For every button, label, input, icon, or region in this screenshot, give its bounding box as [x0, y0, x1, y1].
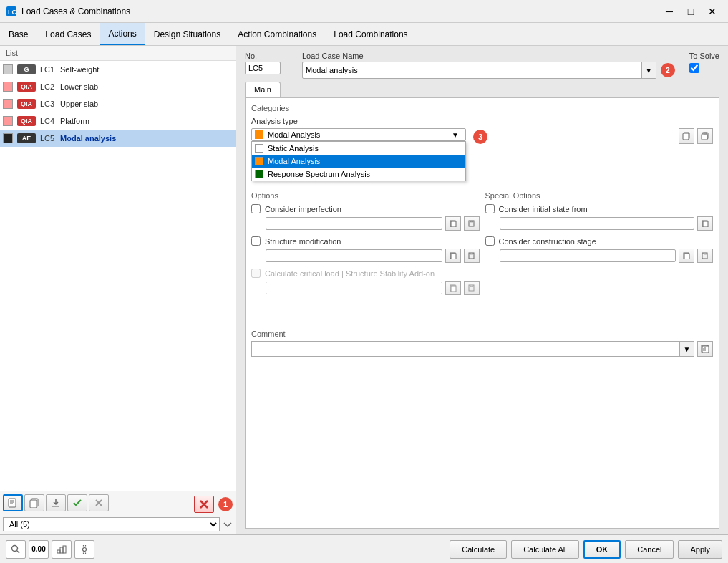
toolbar-buttons: [3, 494, 109, 511]
analysis-copy-btn[interactable]: [679, 128, 694, 144]
cancel-button[interactable]: Cancel: [625, 540, 674, 559]
critical-load-paste-btn[interactable]: [464, 281, 480, 295]
svg-rect-16: [702, 134, 707, 140]
option-modal[interactable]: Modal Analysis: [252, 155, 465, 168]
menu-action-combinations[interactable]: Action Combinations: [229, 23, 325, 45]
initial-state-copy-btn[interactable]: [697, 216, 713, 231]
svg-text:LC: LC: [8, 9, 16, 16]
name-dropdown[interactable]: ▼: [302, 62, 656, 79]
calculate-button[interactable]: Calculate: [450, 540, 507, 559]
list-item[interactable]: G LC1 Self-weight: [0, 61, 236, 78]
svg-rect-18: [451, 221, 456, 227]
import-button[interactable]: [46, 494, 66, 511]
search-button[interactable]: [6, 540, 26, 559]
list-items: G LC1 Self-weight QIA LC2 Lower slab QIA…: [0, 61, 236, 491]
imperfection-copy-btn[interactable]: [445, 216, 461, 231]
decimal-button[interactable]: 0.00: [29, 540, 49, 559]
menu-load-cases[interactable]: Load Cases: [37, 23, 100, 45]
badge-2: 2: [661, 63, 675, 77]
options-title: Options: [251, 191, 480, 200]
special-options-col: Special Options Consider initial state f…: [485, 191, 714, 301]
structure-mod-checkbox[interactable]: [251, 236, 261, 246]
construction-stage-copy-btn[interactable]: [679, 249, 694, 263]
analysis-type-section: Analysis type Modal Analysis ▼ Static An…: [251, 117, 713, 144]
chevron-down-icon: [223, 519, 233, 529]
critical-load-copy-btn[interactable]: [445, 281, 461, 295]
item-badge: AE: [17, 133, 36, 143]
initial-state-checkbox[interactable]: [485, 204, 495, 213]
structure-mod-copy-btn[interactable]: [445, 249, 461, 263]
menu-base[interactable]: Base: [0, 23, 37, 45]
maximize-button[interactable]: □: [681, 4, 701, 19]
imperfection-paste-btn[interactable]: [464, 216, 480, 231]
tab-content: Categories Analysis type Modal Analysis …: [245, 97, 719, 529]
list-item[interactable]: QIA LC2 Lower slab: [0, 78, 236, 95]
svg-point-35: [12, 545, 18, 551]
to-solve-section: To Solve: [689, 52, 719, 73]
minimize-button[interactable]: ─: [659, 4, 679, 19]
structure-mod-input: [266, 249, 442, 262]
settings-button[interactable]: [74, 540, 94, 559]
name-field-group: Load Case Name ▼ 2: [302, 52, 675, 79]
structure-mod-paste-btn[interactable]: [464, 249, 480, 263]
bottom-tools: 0.00: [6, 540, 444, 559]
delete-button[interactable]: [194, 496, 214, 513]
apply-button[interactable]: Apply: [678, 540, 722, 559]
initial-state-input: [500, 217, 695, 230]
close-button[interactable]: ✕: [702, 4, 722, 19]
item-color: [3, 64, 13, 74]
badge-3: 3: [473, 130, 487, 144]
comment-copy-btn[interactable]: [697, 341, 713, 357]
item-color: [3, 82, 13, 92]
all-select-dropdown[interactable]: All (5): [3, 517, 220, 531]
structure-button[interactable]: [52, 540, 72, 559]
check-button[interactable]: [67, 494, 87, 511]
list-item[interactable]: QIA LC3 Upper slab: [0, 95, 236, 112]
analysis-dropdown-arrow[interactable]: ▼: [448, 131, 462, 139]
menu-load-combinations[interactable]: Load Combinations: [325, 23, 416, 45]
name-dropdown-arrow[interactable]: ▼: [641, 62, 656, 78]
construction-stage-checkbox[interactable]: [485, 236, 495, 246]
option-color-modal: [255, 157, 263, 165]
bottom-actions: Calculate Calculate All OK Cancel Apply: [450, 540, 722, 559]
svg-point-40: [83, 547, 87, 551]
construction-stage-paste-btn[interactable]: [697, 249, 713, 263]
svg-rect-37: [57, 550, 60, 553]
comment-input[interactable]: [252, 342, 679, 356]
to-solve-checkbox[interactable]: [689, 63, 699, 73]
left-bottom: 1 All (5): [0, 491, 236, 534]
item-badge: QIA: [17, 116, 36, 126]
analysis-type-label: Analysis type: [251, 117, 713, 125]
analysis-paste-btn[interactable]: [697, 128, 713, 144]
uncheck-button[interactable]: [89, 494, 109, 511]
option-static[interactable]: Static Analysis: [252, 142, 465, 155]
item-color: [3, 133, 13, 143]
main-area: List G LC1 Self-weight QIA LC2 Lower sla…: [0, 46, 728, 534]
comment-label: Comment: [251, 329, 713, 338]
analysis-type-selected[interactable]: Modal Analysis ▼: [251, 128, 466, 141]
list-item[interactable]: QIA LC4 Platform: [0, 112, 236, 130]
option-construction-stage: Consider construction stage: [485, 236, 714, 263]
svg-rect-27: [703, 221, 708, 227]
tab-main[interactable]: Main: [245, 82, 281, 97]
option-initial-state: Consider initial state from: [485, 204, 714, 231]
special-options-title: Special Options: [485, 191, 714, 200]
calculate-all-button[interactable]: Calculate All: [511, 540, 579, 559]
imperfection-checkbox[interactable]: [251, 204, 261, 213]
imperfection-label: Consider imperfection: [265, 205, 341, 213]
comment-dropdown-arrow[interactable]: ▼: [679, 342, 694, 356]
menu-actions[interactable]: Actions: [100, 23, 145, 45]
critical-load-checkbox[interactable]: [251, 269, 261, 278]
menu-design-situations[interactable]: Design Situations: [145, 23, 229, 45]
option-critical-load: Calculate critical load | Structure Stab…: [251, 269, 480, 295]
no-input[interactable]: [245, 62, 281, 74]
ok-button[interactable]: OK: [583, 540, 621, 559]
copy-button[interactable]: [24, 494, 44, 511]
option-structure-mod: Structure modification: [251, 236, 480, 263]
name-input[interactable]: [303, 64, 641, 76]
construction-stage-label: Consider construction stage: [499, 237, 596, 246]
option-response[interactable]: Response Spectrum Analysis: [252, 168, 465, 181]
new-button[interactable]: [3, 494, 23, 511]
tab-bar: Main: [236, 82, 728, 97]
list-item-selected[interactable]: AE LC5 Modal analysis: [0, 130, 236, 147]
